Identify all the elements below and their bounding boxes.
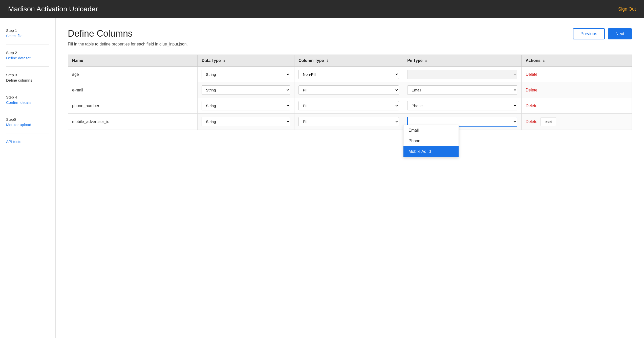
- table-row: e-mail String Integer Float Boolean: [68, 82, 632, 98]
- app-header: Madison Activation Uploader Sign Out: [0, 0, 644, 18]
- row-actions-phone: Delete: [522, 98, 632, 114]
- header-actions: Actions ⇕: [522, 55, 632, 67]
- step4-link[interactable]: Confirm details: [6, 100, 31, 105]
- row-name-age: age: [68, 67, 198, 82]
- table-row: mobile_advertiser_id String Integer Floa…: [68, 114, 632, 130]
- column-type-select-madid[interactable]: Non-PII PII: [298, 117, 399, 126]
- row-column-type-age: Non-PII PII: [294, 67, 403, 82]
- sidebar: Step 1 Select file Step 2 Define dataset…: [0, 18, 56, 338]
- header-pii-type: Pii Type ⇕: [403, 55, 522, 67]
- dropdown-option-mobilead[interactable]: Mobile Ad Id: [403, 146, 459, 157]
- table-row: age String Integer Float Boolean: [68, 67, 632, 82]
- step5-label: Step5: [6, 117, 49, 122]
- step1-label: Step 1: [6, 28, 49, 33]
- data-type-select-age[interactable]: String Integer Float Boolean: [202, 70, 290, 79]
- row-name-madid: mobile_advertiser_id: [68, 114, 198, 130]
- step3-label: Step 3: [6, 73, 49, 77]
- column-type-select-phone[interactable]: Non-PII PII: [298, 101, 399, 110]
- nav-buttons: Previous Next: [573, 28, 632, 39]
- step2-link[interactable]: Define dataset: [6, 56, 31, 60]
- step3-link[interactable]: Define columns: [6, 78, 32, 82]
- table-body: age String Integer Float Boolean: [68, 67, 632, 130]
- reset-button[interactable]: eset: [541, 117, 556, 126]
- table-row: phone_number String Integer Float Boolea…: [68, 98, 632, 114]
- page-description: Fill in the table to define properties f…: [68, 42, 632, 46]
- step5-link[interactable]: Monitor upload: [6, 123, 31, 127]
- row-pii-type-age: Email Phone Mobile Ad Id: [403, 67, 522, 82]
- previous-button[interactable]: Previous: [573, 28, 605, 39]
- sidebar-item-step3: Step 3 Define columns: [6, 73, 49, 89]
- sidebar-item-step2: Step 2 Define dataset: [6, 51, 49, 67]
- column-type-sort-icon: ⇕: [326, 59, 329, 63]
- row-data-type-email: String Integer Float Boolean: [198, 82, 294, 98]
- row-column-type-email: Non-PII PII: [294, 82, 403, 98]
- delete-button-email[interactable]: Delete: [526, 88, 537, 92]
- data-type-select-phone[interactable]: String Integer Float Boolean: [202, 101, 290, 110]
- header-column-type: Column Type ⇕: [294, 55, 403, 67]
- pii-type-sort-icon: ⇕: [425, 59, 427, 63]
- sign-out-button[interactable]: Sign Out: [618, 7, 636, 12]
- row-actions-email: Delete: [522, 82, 632, 98]
- sidebar-item-step4: Step 4 Confirm details: [6, 95, 49, 111]
- next-button[interactable]: Next: [608, 28, 632, 39]
- delete-button-phone[interactable]: Delete: [526, 104, 537, 108]
- row-data-type-phone: String Integer Float Boolean: [198, 98, 294, 114]
- dropdown-option-email[interactable]: Email: [403, 125, 459, 136]
- pii-type-select-age[interactable]: Email Phone Mobile Ad Id: [407, 70, 517, 79]
- row-data-type-age: String Integer Float Boolean: [198, 67, 294, 82]
- data-type-select-email[interactable]: String Integer Float Boolean: [202, 85, 290, 95]
- sidebar-item-api: API tests: [6, 139, 49, 150]
- sidebar-item-step5: Step5 Monitor upload: [6, 117, 49, 133]
- actions-sort-icon: ⇕: [543, 59, 545, 63]
- step1-link[interactable]: Select file: [6, 34, 23, 38]
- column-type-select-age[interactable]: Non-PII PII: [298, 70, 399, 79]
- row-actions-madid: Delete eset: [522, 114, 632, 130]
- columns-table: Name Data Type ⇕ Column Type ⇕: [68, 55, 632, 130]
- main-content: Define Columns Fill in the table to defi…: [56, 18, 644, 338]
- delete-button-age[interactable]: Delete: [526, 72, 537, 77]
- data-type-sort-icon: ⇕: [223, 59, 225, 63]
- row-name-phone: phone_number: [68, 98, 198, 114]
- table-header: Name Data Type ⇕ Column Type ⇕: [68, 55, 632, 67]
- actions-cell-madid: Delete eset: [526, 117, 628, 126]
- columns-table-wrapper: Name Data Type ⇕ Column Type ⇕: [68, 55, 632, 130]
- row-column-type-madid: Non-PII PII: [294, 114, 403, 130]
- page-title: Define Columns: [68, 28, 632, 39]
- pii-type-select-phone[interactable]: Email Phone Mobile Ad Id: [407, 101, 517, 110]
- row-pii-type-phone: Email Phone Mobile Ad Id: [403, 98, 522, 114]
- row-pii-type-madid: Email Phone Mobile Ad Id Email Phone Mob…: [403, 114, 522, 130]
- sidebar-item-step1: Step 1 Select file: [6, 28, 49, 44]
- pii-type-select-email[interactable]: Email Phone Mobile Ad Id: [407, 85, 517, 95]
- step4-label: Step 4: [6, 95, 49, 99]
- step2-label: Step 2: [6, 51, 49, 55]
- pii-type-dropdown: Email Phone Mobile Ad Id: [403, 125, 459, 157]
- dropdown-option-phone[interactable]: Phone: [403, 136, 459, 146]
- app-title: Madison Activation Uploader: [8, 5, 98, 13]
- api-tests-link[interactable]: API tests: [6, 139, 21, 144]
- data-type-select-madid[interactable]: String Integer Float Boolean: [202, 117, 290, 126]
- header-name: Name: [68, 55, 198, 67]
- header-data-type: Data Type ⇕: [198, 55, 294, 67]
- row-column-type-phone: Non-PII PII: [294, 98, 403, 114]
- delete-button-madid[interactable]: Delete: [526, 119, 537, 124]
- row-actions-age: Delete: [522, 67, 632, 82]
- row-data-type-madid: String Integer Float Boolean: [198, 114, 294, 130]
- row-name-email: e-mail: [68, 82, 198, 98]
- column-type-select-email[interactable]: Non-PII PII: [298, 85, 399, 95]
- main-wrapper: Define Columns Fill in the table to defi…: [68, 28, 632, 130]
- page-layout: Step 1 Select file Step 2 Define dataset…: [0, 18, 644, 338]
- row-pii-type-email: Email Phone Mobile Ad Id: [403, 82, 522, 98]
